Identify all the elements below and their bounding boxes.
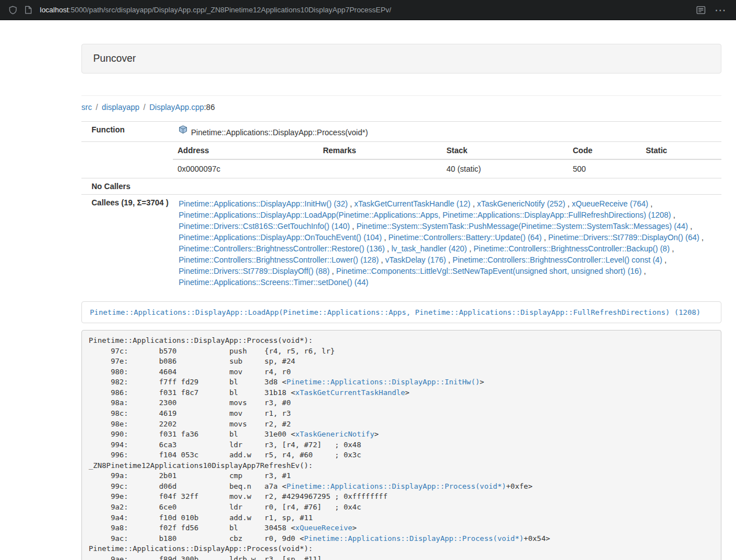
browser-topbar: localhost:5000/path/src/displayapp/Displ… — [0, 0, 736, 20]
code-symbol-link[interactable]: Pinetime::Applications::DisplayApp::Proc… — [304, 534, 524, 543]
detail-table: Address Remarks Stack Code Static 0x0000… — [173, 142, 721, 178]
shield-icon[interactable] — [9, 6, 17, 15]
callee-link[interactable]: Pinetime::Controllers::BrightnessControl… — [179, 255, 378, 264]
callee-link[interactable]: Pinetime::Applications::Screens::Timer::… — [179, 278, 368, 287]
empty-row-label — [81, 142, 173, 178]
detail-value-row: 0x0000097c 40 (static) 500 — [173, 159, 721, 178]
function-name: Pinetime::Applications::DisplayApp::Proc… — [191, 128, 368, 137]
callee-link[interactable]: Pinetime::Controllers::BrightnessControl… — [179, 244, 385, 253]
cell-static — [641, 159, 721, 178]
app-title-panel: Puncover — [81, 44, 721, 74]
url-bar[interactable]: localhost:5000/path/src/displayapp/Displ… — [40, 6, 391, 14]
callee-link[interactable]: vTaskDelay (176) — [385, 255, 446, 264]
callee-link[interactable]: lv_task_handler (420) — [391, 244, 467, 253]
code-symbol-link[interactable]: Pinetime::Applications::DisplayApp::Init… — [286, 378, 479, 386]
callee-link[interactable]: Pinetime::Controllers::Battery::Update()… — [388, 233, 542, 242]
callee-link[interactable]: xTaskGetCurrentTaskHandle (12) — [354, 199, 470, 208]
callee-link[interactable]: Pinetime::Controllers::BrightnessControl… — [473, 244, 669, 253]
cell-remarks — [318, 159, 442, 178]
detail-header-row: Address Remarks Stack Code Static — [173, 142, 721, 159]
callee-link[interactable]: Pinetime::Applications::DisplayApp::OnTo… — [179, 233, 382, 242]
cell-stack: 40 (static) — [442, 159, 568, 178]
function-label: Function — [81, 122, 173, 142]
breadcrumb-separator: / — [143, 103, 145, 112]
url-path: :5000/path/src/displayapp/DisplayApp.cpp… — [68, 6, 391, 14]
page-title: Puncover — [93, 53, 136, 64]
function-icon — [179, 125, 188, 137]
detail-row: Address Remarks Stack Code Static 0x0000… — [81, 142, 721, 178]
page-icon[interactable] — [25, 6, 32, 14]
breadcrumb-line-number: :86 — [204, 103, 214, 112]
symbol-panel-link[interactable]: Pinetime::Applications::DisplayApp::Load… — [90, 308, 701, 316]
callee-link[interactable]: xQueueReceive (764) — [572, 199, 648, 208]
callee-link[interactable]: Pinetime::Components::LittleVgl::SetNewT… — [336, 267, 642, 276]
no-callers-label: No Callers — [81, 178, 173, 195]
code-symbol-link[interactable]: xTaskGenericNotify — [295, 430, 374, 438]
callee-link[interactable]: Pinetime::Drivers::St7789::DisplayOn() (… — [548, 233, 700, 242]
no-callers-row: No Callers — [81, 178, 721, 195]
breadcrumb: src / displayapp / DisplayApp.cpp:86 — [81, 100, 721, 114]
callee-link[interactable]: xTaskGenericNotify (252) — [477, 199, 565, 208]
breadcrumb-file[interactable]: DisplayApp.cpp — [149, 103, 204, 112]
breadcrumb-src[interactable]: src — [81, 103, 92, 112]
callees-label: Callees (19, Σ=3704 ) — [81, 195, 173, 292]
col-code: Code — [568, 142, 641, 159]
callee-link[interactable]: Pinetime::Applications::DisplayApp::Load… — [179, 210, 671, 219]
code-symbol-link[interactable]: xQueueReceive — [295, 524, 353, 532]
code-symbol-link[interactable]: Pinetime::Applications::DisplayApp::Proc… — [286, 482, 506, 490]
reader-mode-icon[interactable] — [696, 6, 706, 15]
function-row: Function Pinetime::Applications::Display… — [81, 122, 721, 142]
col-address: Address — [173, 142, 318, 159]
callee-link[interactable]: Pinetime::Drivers::St7789::DisplayOff() … — [179, 267, 330, 276]
breadcrumb-separator: / — [96, 103, 98, 112]
col-remarks: Remarks — [318, 142, 442, 159]
col-stack: Stack — [442, 142, 568, 159]
divider — [81, 95, 721, 96]
callee-link[interactable]: Pinetime::Controllers::BrightnessControl… — [452, 255, 662, 264]
breadcrumb-displayapp[interactable]: displayapp — [102, 103, 139, 112]
cell-code: 500 — [568, 159, 641, 178]
callees-list: Pinetime::Applications::DisplayApp::Init… — [173, 195, 721, 292]
code-symbol-link[interactable]: xTaskGetCurrentTaskHandle — [295, 388, 405, 397]
url-host: localhost — [40, 6, 68, 14]
callees-row: Callees (19, Σ=3704 ) Pinetime::Applicat… — [81, 195, 721, 292]
callee-link[interactable]: Pinetime::System::SystemTask::PushMessag… — [356, 222, 688, 231]
callee-link[interactable]: Pinetime::Applications::DisplayApp::Init… — [179, 199, 348, 208]
symbol-panel: Pinetime::Applications::DisplayApp::Load… — [81, 301, 721, 323]
symbol-table: Function Pinetime::Applications::Display… — [81, 121, 721, 291]
menu-icon[interactable]: ⋯ — [714, 4, 727, 16]
cell-address: 0x0000097c — [173, 159, 318, 178]
disassembly: Pinetime::Applications::DisplayApp::Proc… — [81, 330, 721, 560]
main-content: Puncover src / displayapp / DisplayApp.c… — [81, 44, 721, 560]
col-static: Static — [641, 142, 721, 159]
callee-link[interactable]: Pinetime::Drivers::Cst816S::GetTouchInfo… — [179, 222, 350, 231]
